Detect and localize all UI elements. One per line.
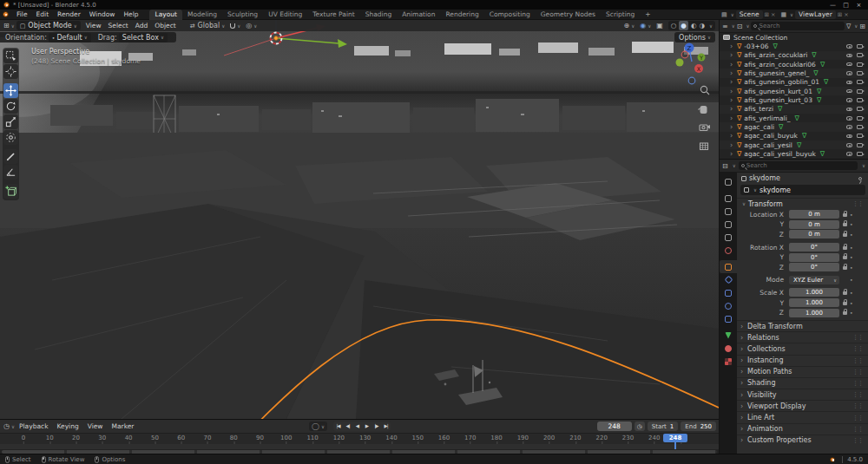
workspace-tab[interactable]: Modeling [182, 10, 222, 20]
material-shading-icon[interactable]: ◐ [691, 21, 697, 30]
timeline-menu-item[interactable]: Keying [52, 420, 82, 434]
mode-selector[interactable]: ▢ Object Mode ∨ [16, 21, 81, 30]
annotate-tool[interactable] [3, 149, 18, 164]
frame-ruler[interactable]: 0102030405060708090100110120130140150160… [0, 434, 719, 444]
lock-icon[interactable] [843, 291, 847, 295]
property-section-header[interactable]: › Line Art ⋮⋮ [737, 411, 868, 422]
properties-tab[interactable] [720, 244, 737, 257]
remove-viewlayer-icon[interactable]: × [844, 11, 848, 18]
expand-icon[interactable]: › [730, 150, 737, 158]
viewport-menu-item[interactable]: Add [132, 20, 152, 31]
workspace-tab[interactable]: Scripting [601, 10, 640, 20]
animate-dot-icon[interactable]: • [850, 290, 853, 296]
render-visibility-icon[interactable] [857, 80, 863, 84]
hide-eye-icon[interactable] [846, 71, 852, 75]
transform-value-field[interactable]: 0 m∨ [789, 210, 839, 219]
pin-icon[interactable] [858, 177, 862, 180]
window-control-button[interactable]: × [853, 2, 865, 9]
properties-tab[interactable] [720, 218, 737, 231]
menu-item[interactable]: Edit [32, 10, 54, 20]
start-frame-field[interactable]: Start 1 [648, 422, 679, 431]
timeline-menu-item[interactable]: Playback [15, 420, 52, 434]
expand-icon[interactable]: › [730, 114, 737, 122]
transform-value-field[interactable]: 1.000∨ [789, 309, 839, 317]
hide-eye-icon[interactable] [846, 54, 852, 58]
panel-options-icon[interactable]: ⋮⋮ [852, 426, 863, 433]
transform-value-field[interactable]: XYZ Euler∨ [789, 276, 839, 284]
measure-tool[interactable] [3, 165, 18, 180]
playhead-frame-badge[interactable]: 248 [663, 434, 687, 442]
hide-eye-icon[interactable] [846, 152, 852, 156]
new-collection-icon[interactable]: ⊞ [859, 23, 865, 30]
playback-button[interactable]: ▶ [362, 422, 372, 431]
outliner-object-row[interactable]: › ∇ afis_gunesin_genel_ ∇ [720, 69, 868, 77]
workspace-tab[interactable]: Sculpting [222, 10, 263, 20]
show-overlays-toggle[interactable]: ◉∨ [640, 22, 651, 29]
object-name-field[interactable]: ∨ skydome [740, 185, 865, 195]
current-frame-field[interactable]: 248 [597, 422, 632, 431]
select-box-tool[interactable] [3, 49, 18, 63]
properties-tab[interactable] [720, 312, 737, 325]
hide-eye-icon[interactable] [846, 116, 852, 121]
panel-options-icon[interactable]: ⋮⋮ [852, 369, 863, 376]
panel-options-icon[interactable]: ⋮⋮ [852, 402, 863, 409]
panel-options-icon[interactable]: ⋮⋮ [852, 345, 863, 352]
scene-icon[interactable]: ▤ [721, 11, 727, 18]
transform-value-field[interactable]: 0 m∨ [789, 220, 839, 229]
xray-toggle[interactable]: ▣ [656, 22, 663, 29]
viewlayer-icon[interactable]: ▦ [780, 11, 786, 18]
menu-item[interactable]: Help [119, 10, 142, 20]
workspace-tab[interactable]: Texture Paint [307, 10, 359, 20]
expand-icon[interactable]: › [730, 51, 737, 59]
playback-button[interactable]: |◀ [333, 422, 343, 431]
outliner-object-row[interactable]: › ∇ afis_arzin_cocuklari06 ∇ [720, 60, 868, 69]
properties-tab[interactable] [720, 260, 737, 273]
workspace-tab[interactable]: Layout [149, 10, 182, 20]
animate-dot-icon[interactable]: • [850, 277, 853, 283]
hide-eye-icon[interactable] [846, 134, 852, 139]
wireframe-shading-icon[interactable]: ○ [671, 21, 677, 30]
lock-icon[interactable] [843, 223, 847, 226]
outliner-object-row[interactable]: › ∇ agac_cali_yesil_buyuk ∇ [720, 149, 868, 158]
render-visibility-icon[interactable] [857, 98, 863, 102]
move-tool[interactable] [3, 83, 18, 98]
timeline-editor-icon[interactable]: ◷ [3, 422, 10, 430]
workspace-tab[interactable]: Compositing [484, 10, 536, 20]
properties-editor-icon[interactable]: ⊟ [722, 162, 728, 170]
render-visibility-icon[interactable] [857, 44, 863, 49]
render-visibility-icon[interactable] [857, 107, 863, 111]
outliner-object-row[interactable]: › ∇ agac_cali ∇ [720, 122, 868, 131]
viewport-canvas[interactable]: Z Y X [0, 20, 719, 419]
workspace-tab[interactable]: Geometry Nodes [536, 10, 601, 20]
playback-button[interactable]: ◀| [343, 422, 352, 431]
expand-icon[interactable]: › [730, 105, 737, 113]
menu-item[interactable]: Render [53, 10, 85, 20]
solid-shading-icon[interactable]: ● [679, 21, 688, 30]
add-cube-tool[interactable] [3, 184, 18, 199]
outliner-object-row[interactable]: › ∇ afis_gunesin_kurt_01 ∇ [720, 87, 868, 95]
menu-item[interactable]: File [12, 10, 32, 20]
outliner-object-row[interactable]: › ∇ afis_arzin_cocuklari ∇ [720, 51, 868, 60]
panel-options-icon[interactable]: ⋮⋮ [852, 391, 863, 398]
outliner-search[interactable] [751, 22, 844, 30]
delta-transform-section[interactable]: › Delta Transform [737, 320, 868, 331]
animate-dot-icon[interactable]: • [850, 310, 853, 316]
scene-name[interactable]: Scene [736, 10, 763, 19]
render-visibility-icon[interactable] [857, 89, 863, 94]
outliner-object-row[interactable]: › ∇ afis_gunesin_goblin_01 ∇ [720, 78, 868, 87]
viewlayer-name[interactable]: ViewLayer [795, 10, 836, 19]
animate-dot-icon[interactable]: • [850, 245, 853, 251]
hide-eye-icon[interactable] [846, 81, 852, 85]
properties-tab[interactable] [720, 355, 737, 368]
playback-button[interactable]: |▶ [372, 422, 381, 431]
panel-options-icon[interactable]: ⋮⋮ [852, 200, 863, 207]
expand-icon[interactable]: › [730, 96, 737, 104]
hide-eye-icon[interactable] [846, 62, 852, 67]
property-section-header[interactable]: › Shading ⋮⋮ [737, 377, 868, 389]
expand-icon[interactable]: › [730, 42, 737, 50]
render-visibility-icon[interactable] [857, 125, 863, 129]
options-dropdown[interactable]: Options∨ [674, 32, 715, 42]
property-section-header[interactable]: › Instancing ⋮⋮ [737, 355, 868, 366]
properties-tab[interactable] [720, 192, 737, 205]
property-section-header[interactable]: › Relations ⋮⋮ [737, 331, 868, 343]
